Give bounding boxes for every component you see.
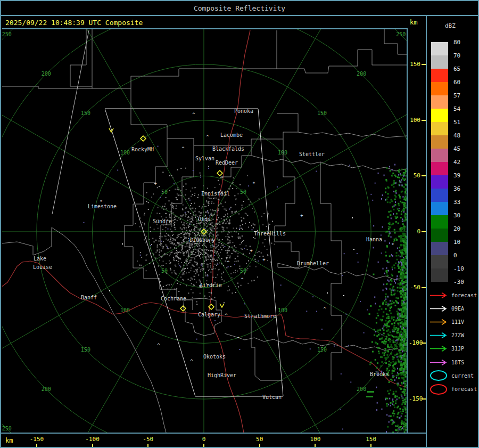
echo-pixel xyxy=(385,191,386,193)
echo-pixel xyxy=(208,201,209,202)
range-ring-label: 100 xyxy=(278,150,287,156)
echo-pixel xyxy=(191,283,192,284)
echo-pixel xyxy=(401,382,402,384)
sector-edge-line xyxy=(52,30,89,214)
echo-pixel xyxy=(399,198,401,199)
echo-pixel xyxy=(178,195,179,196)
title-bar: Composite_Reflectivity xyxy=(1,1,478,16)
echo-pixel xyxy=(236,260,237,262)
echo-pixel xyxy=(397,297,399,299)
echo-pixel xyxy=(221,231,222,232)
echo-pixel xyxy=(224,208,225,209)
echo-pixel xyxy=(395,363,397,364)
echo-pixel xyxy=(342,428,343,429)
echo-pixel xyxy=(219,199,220,200)
echo-pixel xyxy=(395,221,397,223)
echo-pixel xyxy=(186,214,187,215)
echo-pixel xyxy=(221,276,222,278)
legend-item: 09EA xyxy=(427,303,464,314)
echo-pixel xyxy=(400,292,402,295)
echo-pixel xyxy=(190,213,191,214)
echo-pixel xyxy=(391,254,392,256)
echo-pixel xyxy=(185,208,186,209)
echo-pixel xyxy=(243,240,244,241)
range-ring-label: 150 xyxy=(317,347,327,353)
echo-pixel xyxy=(217,251,218,252)
echo-pixel xyxy=(346,314,347,315)
echo-pixel xyxy=(83,222,84,223)
echo-pixel xyxy=(137,260,138,262)
echo-pixel xyxy=(169,217,170,218)
right-axis-tick xyxy=(422,343,426,344)
echo-pixel xyxy=(171,251,172,252)
echo-pixel xyxy=(395,297,397,299)
range-ring-label: 100 xyxy=(120,150,130,156)
echo-pixel xyxy=(369,313,370,315)
echo-pixel xyxy=(229,257,230,258)
window-title: Composite_Reflectivity xyxy=(194,4,285,12)
plus-marker: + xyxy=(262,257,266,262)
echo-pixel xyxy=(186,207,187,208)
echo-pixel xyxy=(188,292,189,294)
echo-pixel xyxy=(383,332,385,334)
echo-pixel xyxy=(176,216,177,217)
echo-pixel xyxy=(349,165,350,166)
echo-pixel xyxy=(225,214,226,215)
echo-pixel xyxy=(393,404,395,406)
echo-pixel xyxy=(401,423,402,425)
echo-pixel xyxy=(233,272,234,273)
echo-pixel xyxy=(394,322,395,324)
echo-pixel xyxy=(196,223,197,224)
echo-pixel xyxy=(390,300,391,302)
echo-pixel xyxy=(164,235,166,237)
echo-pixel xyxy=(196,243,197,244)
radar-site-diamond-icon xyxy=(141,136,146,141)
echo-pixel xyxy=(212,234,213,235)
radar-map[interactable]: 5050505010010010010015015015015020020020… xyxy=(2,29,407,433)
echo-pixel xyxy=(400,315,401,317)
echo-pixel xyxy=(241,228,242,229)
echo-pixel xyxy=(388,404,389,405)
echo-pixel xyxy=(312,296,313,297)
echo-pixel xyxy=(400,201,401,202)
echo-pixel xyxy=(192,245,193,246)
echo-pixel xyxy=(404,416,406,417)
echo-pixel xyxy=(402,221,403,222)
echo-pixel xyxy=(177,189,178,190)
echo-pixel xyxy=(240,244,241,245)
echo-pixel xyxy=(400,236,402,238)
echo-pixel xyxy=(196,262,197,263)
echo-pixel xyxy=(398,255,399,256)
echo-pixel xyxy=(391,318,392,320)
echo-pixel xyxy=(168,234,169,235)
echo-pixel xyxy=(389,231,390,232)
echo-pixel xyxy=(397,208,399,210)
echo-pixel xyxy=(217,259,218,260)
echo-pixel xyxy=(205,235,207,236)
echo-pixel xyxy=(405,397,407,398)
city-label: Banff xyxy=(81,295,97,300)
echo-pixel xyxy=(397,396,398,397)
echo-pixel xyxy=(149,263,150,264)
bottom-axis-tick xyxy=(370,444,371,447)
plus-marker: + xyxy=(300,213,303,218)
echo-pixel xyxy=(401,214,402,215)
echo-pixel xyxy=(234,195,235,196)
caret-marker: ^ xyxy=(227,260,230,265)
echo-pixel xyxy=(229,289,230,290)
echo-pixel xyxy=(400,325,401,327)
echo-pixel xyxy=(374,335,375,336)
echo-pixel xyxy=(405,325,407,327)
echo-pixel xyxy=(397,278,398,279)
echo-pixel xyxy=(377,343,378,345)
echo-pixel xyxy=(403,340,405,343)
echo-pixel xyxy=(171,272,172,273)
echo-pixel xyxy=(203,185,204,186)
echo-pixel xyxy=(158,228,159,229)
echo-pixel xyxy=(159,274,160,275)
echo-pixel xyxy=(179,258,180,259)
echo-pixel xyxy=(174,225,175,226)
city-label: HighRiver xyxy=(208,372,236,378)
echo-pixel xyxy=(183,234,184,235)
echo-pixel xyxy=(212,209,213,210)
